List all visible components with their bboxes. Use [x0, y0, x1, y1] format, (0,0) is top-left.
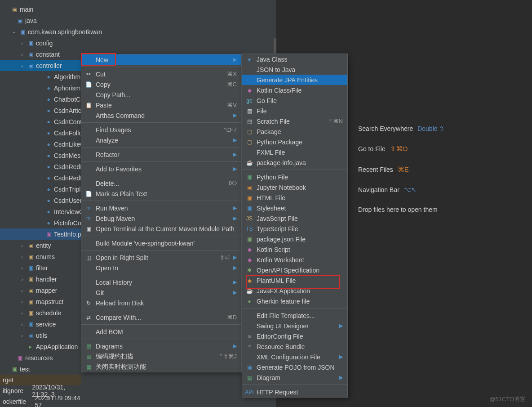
menu-item[interactable]: JSON to Java: [242, 64, 347, 75]
menu-item[interactable]: APIHTTP Request: [242, 387, 347, 397]
expand-icon[interactable]: ›: [19, 277, 25, 282]
menu-item[interactable]: 📄Copy⌘C: [81, 79, 241, 89]
expand-icon[interactable]: ›: [19, 333, 25, 338]
pkg-icon: ▣: [27, 40, 34, 47]
menu-item[interactable]: ▦Diagram▶: [242, 372, 347, 383]
tree-item-label: AppApplication: [36, 343, 78, 350]
menu-item[interactable]: 📋Paste⌘V: [81, 100, 241, 110]
expand-icon[interactable]: ›: [19, 40, 25, 46]
menu-item[interactable]: New▶: [81, 54, 241, 65]
expand-icon[interactable]: ⌄: [19, 63, 25, 68]
expand-icon[interactable]: ›: [19, 243, 25, 248]
menu-item-label: Paste: [96, 102, 223, 109]
menu-item[interactable]: ▣Stylesheet: [242, 203, 347, 213]
menu-item[interactable]: ≡Resource Bundle: [242, 341, 347, 352]
menu-item-icon: [85, 180, 92, 187]
menu-item[interactable]: ●Gherkin feature file: [242, 296, 347, 306]
menu-item[interactable]: Build Module 'vue-springboot-kwan': [81, 238, 241, 248]
menu-item[interactable]: ▣package.json File: [242, 234, 347, 244]
menu-item-icon: ▦: [246, 374, 253, 381]
menu-item[interactable]: ◆Kotlin Script: [242, 244, 347, 255]
menu-item[interactable]: ◆PlantUML File: [242, 275, 347, 286]
menu-item[interactable]: ▢Python Package: [242, 137, 347, 147]
expand-icon[interactable]: ›: [19, 299, 25, 304]
expand-icon[interactable]: ›: [19, 322, 25, 327]
menu-item[interactable]: ⇄Compare With...⌘D: [81, 312, 241, 322]
menu-item[interactable]: ▣Jupyter Notebook: [242, 182, 347, 192]
menu-item[interactable]: ▤Scratch File⇧⌘N: [242, 116, 347, 126]
menu-item[interactable]: Add BOM: [81, 326, 241, 337]
submenu-arrow-icon: ▶: [233, 205, 237, 211]
menu-item[interactable]: ▦Diagrams▶: [81, 341, 241, 351]
menu-item[interactable]: Git▶: [81, 287, 241, 298]
tree-item[interactable]: ›▣config: [0, 37, 153, 49]
dockerfile-line[interactable]: ockerfile 2023/11/9 09:44 57: [0, 396, 81, 407]
class-icon: ●: [45, 186, 52, 193]
expand-icon[interactable]: ›: [19, 254, 25, 259]
expand-icon[interactable]: ›: [19, 288, 25, 293]
menu-item[interactable]: ◆Kotlin Class/File: [242, 85, 347, 95]
menu-item[interactable]: Find Usages⌥F7: [81, 125, 241, 135]
menu-item-icon: [85, 328, 92, 335]
menu-item-icon: ▣: [85, 225, 92, 233]
menu-item[interactable]: Arthas Command▶: [81, 110, 241, 121]
menu-item[interactable]: Generate JPA Entities: [242, 75, 347, 85]
menu-item[interactable]: Delete...⌦: [81, 178, 241, 188]
tree-item[interactable]: ⌄▣com.kwan.springbootkwan: [0, 26, 153, 37]
menu-item[interactable]: ▦关闭实时检测功能: [81, 362, 241, 372]
menu-item[interactable]: TSTypeScript File: [242, 224, 347, 234]
expand-icon[interactable]: ›: [19, 52, 25, 57]
class-icon: ●: [45, 219, 52, 227]
menu-item[interactable]: ↻Reload from Disk: [81, 298, 241, 308]
menu-item[interactable]: mRun Maven▶: [81, 203, 241, 213]
submenu-arrow-icon: ▶: [339, 354, 343, 360]
txt-icon: ▣: [27, 321, 34, 328]
menu-item[interactable]: Open In▶: [81, 263, 241, 273]
menu-item[interactable]: ▤File: [242, 106, 347, 116]
menu-item[interactable]: mDebug Maven▶: [81, 213, 241, 224]
menu-item[interactable]: XML Configuration File▶: [242, 352, 347, 362]
expand-icon[interactable]: ›: [19, 310, 25, 316]
menu-item-label: 关闭实时检测功能: [96, 363, 237, 371]
menu-item[interactable]: Refactor▶: [81, 149, 241, 160]
menu-item-label: Go File: [257, 97, 343, 104]
menu-item-label: Open in Right Split: [96, 254, 216, 261]
menu-item[interactable]: ▣Generate POJO from JSON: [242, 362, 347, 372]
menu-item[interactable]: ≡EditorConfig File: [242, 331, 347, 341]
expand-icon[interactable]: ›: [19, 265, 25, 271]
expand-icon[interactable]: ⌄: [11, 29, 17, 35]
tree-item[interactable]: ▣main: [0, 4, 153, 15]
menu-item[interactable]: Swing UI Designer▶: [242, 321, 347, 331]
menu-item[interactable]: ▣HTML File: [242, 192, 347, 203]
menu-item[interactable]: JSJavaScript File: [242, 213, 347, 224]
menu-item[interactable]: Add to Favorites▶: [81, 164, 241, 174]
context-menu[interactable]: New▶✂Cut⌘X📄Copy⌘CCopy Path...📋Paste⌘VArt…: [81, 54, 242, 372]
new-submenu[interactable]: ●Java ClassJSON to JavaGenerate JPA Enti…: [242, 54, 348, 398]
menu-item[interactable]: ▣Open Terminal at the Current Maven Modu…: [81, 224, 241, 234]
menu-item[interactable]: ☕package-info.java: [242, 157, 347, 168]
menu-item-label: Find Usages: [96, 126, 220, 134]
menu-item[interactable]: goGo File: [242, 95, 347, 106]
menu-item-icon: [246, 149, 253, 156]
menu-item[interactable]: ✱OpenAPI Specification: [242, 265, 347, 275]
menu-item[interactable]: ▢Package: [242, 126, 347, 137]
menu-item-icon: [85, 56, 92, 63]
menu-item[interactable]: Analyze▶: [81, 135, 241, 145]
menu-item[interactable]: ▦编码规约扫描⌃⇧⌘J: [81, 351, 241, 362]
tree-item[interactable]: ▣java: [0, 15, 153, 26]
menu-item[interactable]: Copy Path...: [81, 89, 241, 100]
folder-icon: ▣: [27, 242, 34, 249]
menu-item[interactable]: ◫Open in Right Split⇧⏎▶: [81, 252, 241, 263]
menu-item[interactable]: ●Java Class: [242, 54, 347, 64]
menu-item-label: TypeScript File: [257, 225, 343, 233]
menu-item[interactable]: ☕JavaFX Application: [242, 286, 347, 296]
menu-item[interactable]: ▣Python File: [242, 172, 347, 182]
folder-icon: ▣: [27, 276, 34, 283]
menu-item[interactable]: Local History▶: [81, 277, 241, 287]
menu-item[interactable]: ◆Kotlin Worksheet: [242, 255, 347, 265]
menu-item[interactable]: 📄Mark as Plain Text: [81, 188, 241, 199]
menu-item[interactable]: FXML File: [242, 147, 347, 157]
tree-item-label: filter: [36, 264, 48, 272]
menu-item[interactable]: ✂Cut⌘X: [81, 69, 241, 79]
menu-item[interactable]: Edit File Templates...: [242, 310, 347, 321]
